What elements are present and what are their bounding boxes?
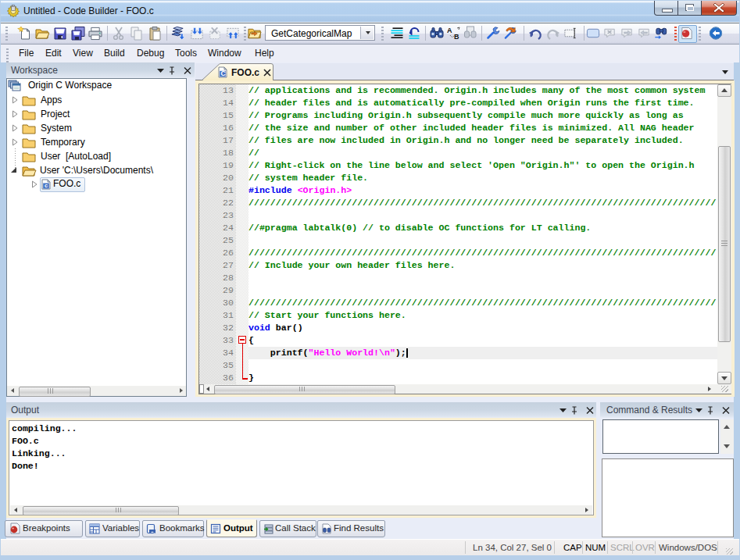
svg-text:C: C	[220, 70, 225, 77]
svg-text:A: A	[447, 27, 452, 34]
svg-text:c: c	[45, 182, 48, 189]
svg-text:B: B	[454, 33, 459, 41]
